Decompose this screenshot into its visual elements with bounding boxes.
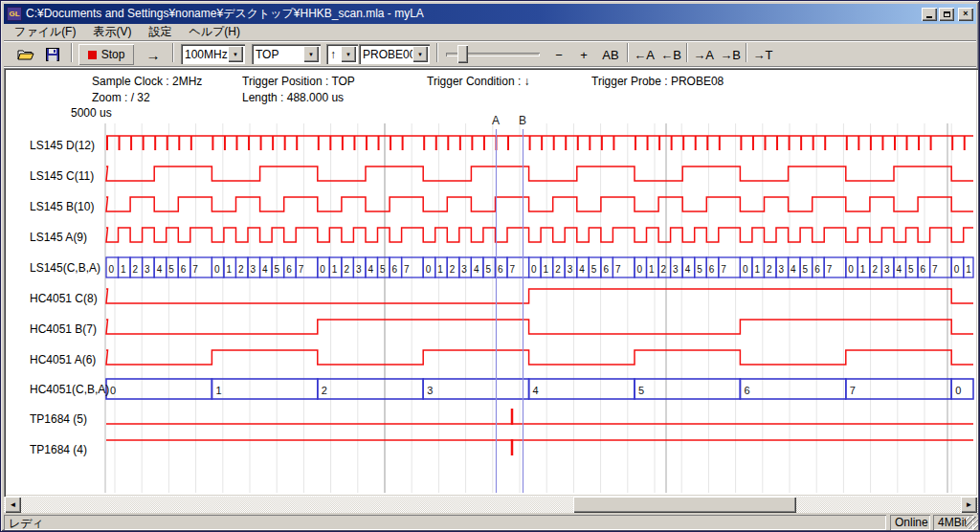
- resize-grip[interactable]: [966, 517, 978, 529]
- svg-text:4: 4: [685, 264, 691, 275]
- svg-text:4: 4: [368, 264, 374, 275]
- info-trigger-condition: Trigger Condition : ↓: [427, 75, 530, 88]
- svg-text:2: 2: [661, 264, 667, 275]
- svg-text:7: 7: [404, 264, 410, 275]
- h-scrollbar[interactable]: ◄ ►: [4, 497, 978, 513]
- info-trigger-probe: Trigger Probe : PROBE08: [591, 75, 724, 88]
- svg-text:0: 0: [110, 385, 116, 396]
- svg-text:7: 7: [850, 385, 856, 396]
- svg-text:0: 0: [531, 264, 537, 275]
- svg-text:1: 1: [860, 264, 866, 275]
- svg-text:7: 7: [827, 264, 833, 275]
- scroll-right-button[interactable]: ►: [961, 497, 977, 513]
- info-sample-clock: Sample Clock : 2MHz: [92, 75, 202, 88]
- svg-text:3: 3: [884, 264, 890, 275]
- svg-text:6: 6: [709, 264, 715, 275]
- svg-text:5: 5: [275, 264, 280, 275]
- svg-text:3: 3: [356, 264, 362, 275]
- channel-label-hc4051-c-8: HC4051 C(8): [30, 292, 106, 305]
- info-trigger-position: Trigger Position : TOP: [242, 75, 355, 88]
- channel-label-ls145-c-11: LS145 C(11): [30, 169, 106, 183]
- svg-text:6: 6: [498, 264, 503, 275]
- svg-text:0: 0: [743, 264, 748, 275]
- svg-text:0: 0: [637, 264, 643, 275]
- svg-text:2: 2: [450, 264, 456, 275]
- svg-text:0: 0: [320, 264, 325, 275]
- svg-text:6: 6: [286, 264, 292, 275]
- scroll-left-button[interactable]: ◄: [5, 497, 21, 513]
- scrollbar-thumb[interactable]: [573, 497, 796, 513]
- svg-text:6: 6: [181, 264, 187, 275]
- svg-text:5: 5: [485, 264, 491, 275]
- svg-text:7: 7: [192, 264, 198, 275]
- svg-text:4: 4: [474, 264, 479, 275]
- svg-text:0: 0: [214, 264, 220, 275]
- channel-label-hc4051-a-6: HC4051 A(6): [30, 353, 106, 366]
- svg-text:6: 6: [603, 264, 609, 275]
- svg-text:4: 4: [533, 385, 539, 396]
- svg-text:6: 6: [921, 264, 926, 275]
- svg-text:1: 1: [754, 264, 760, 275]
- svg-text:0: 0: [109, 264, 115, 275]
- svg-text:0: 0: [954, 264, 960, 275]
- svg-text:7: 7: [299, 264, 304, 275]
- svg-text:5: 5: [380, 264, 386, 275]
- svg-text:3: 3: [461, 264, 467, 275]
- svg-text:3: 3: [779, 264, 785, 275]
- svg-text:5: 5: [803, 264, 809, 275]
- svg-text:2: 2: [344, 264, 349, 275]
- right-triangle-icon: ►: [966, 500, 973, 509]
- timescale-label: 5000 us: [71, 106, 112, 120]
- svg-text:4: 4: [579, 264, 585, 275]
- svg-text:7: 7: [615, 264, 621, 275]
- svg-text:1: 1: [437, 264, 443, 275]
- svg-text:4: 4: [157, 264, 163, 275]
- channel-label-ls145-a-9: LS145 A(9): [30, 231, 106, 244]
- svg-text:5: 5: [168, 264, 174, 275]
- svg-text:5: 5: [908, 264, 914, 275]
- svg-text:1: 1: [215, 385, 221, 396]
- channel-label-ls145-b-10: LS145 B(10): [30, 200, 106, 213]
- status-online: Online: [890, 515, 930, 530]
- svg-text:2: 2: [767, 264, 772, 275]
- svg-text:1: 1: [649, 264, 655, 275]
- svg-text:0: 0: [955, 385, 961, 396]
- svg-text:6: 6: [744, 385, 749, 396]
- cursor-b-label[interactable]: B: [515, 114, 530, 127]
- cursor-a-label[interactable]: A: [488, 114, 503, 127]
- svg-text:1: 1: [966, 264, 971, 275]
- svg-text:0: 0: [426, 264, 432, 275]
- svg-text:3: 3: [673, 264, 679, 275]
- svg-text:3: 3: [568, 264, 573, 275]
- channel-label-hc4051-b-7: HC4051 B(7): [30, 322, 106, 336]
- info-zoom: Zoom : / 32: [92, 91, 150, 104]
- svg-text:1: 1: [226, 264, 232, 275]
- svg-text:3: 3: [251, 264, 256, 275]
- channel-label-hc4051-c-b-a: HC4051(C,B,A): [30, 383, 106, 396]
- svg-text:2: 2: [133, 264, 139, 275]
- svg-text:4: 4: [791, 264, 796, 275]
- info-length: Length : 488.000 us: [242, 91, 344, 104]
- svg-text:6: 6: [814, 264, 820, 275]
- svg-text:5: 5: [638, 385, 644, 396]
- status-message: レディ: [4, 515, 886, 530]
- svg-text:0: 0: [848, 264, 854, 275]
- svg-text:7: 7: [510, 264, 516, 275]
- svg-text:3: 3: [145, 264, 150, 275]
- left-triangle-icon: ◄: [10, 500, 17, 509]
- svg-text:6: 6: [392, 264, 398, 275]
- svg-text:1: 1: [544, 264, 549, 275]
- statusbar: レディ Online 4MBit: [4, 515, 978, 530]
- app-window: GL C:¥Documents and Settings¥noname¥デスクト…: [0, 0, 980, 532]
- svg-text:4: 4: [897, 264, 902, 275]
- channel-label-ls145-c-b-a: LS145(C,B,A): [30, 261, 106, 275]
- svg-text:7: 7: [721, 264, 726, 275]
- svg-text:1: 1: [332, 264, 338, 275]
- svg-text:4: 4: [262, 264, 268, 275]
- svg-text:3: 3: [427, 385, 433, 396]
- svg-text:2: 2: [238, 264, 244, 275]
- channel-label-tp1684-5: TP1684 (5): [30, 412, 106, 426]
- svg-text:2: 2: [555, 264, 561, 275]
- svg-text:2: 2: [872, 264, 878, 275]
- channel-label-ls145-d-12: LS145 D(12): [30, 139, 106, 152]
